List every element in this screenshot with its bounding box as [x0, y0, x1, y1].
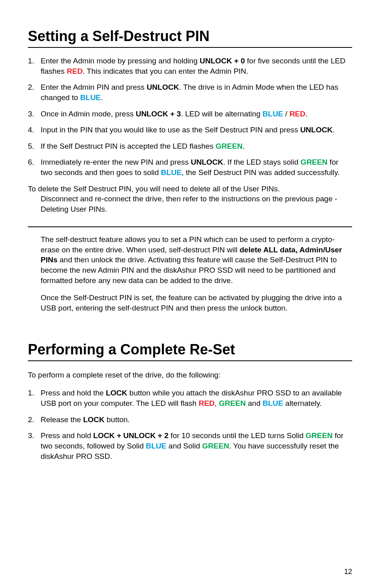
section2-list: 1.Press and hold the LOCK button while y… [28, 388, 352, 461]
list-number: 3. [28, 431, 41, 461]
section-title-1: Setting a Self-Destruct PIN [28, 28, 352, 48]
text-part: . If the LED stays solid [223, 158, 300, 166]
text-part: LOCK [83, 415, 105, 424]
text-part: BLUE [80, 93, 101, 102]
text-part: . [306, 110, 308, 118]
list-number: 3. [28, 109, 41, 119]
list-number: 2. [28, 415, 41, 425]
text-part: Press and hold the [41, 389, 106, 397]
delete-note: To delete the Self Destruct PIN, you wil… [28, 184, 352, 214]
text-part: and Solid [166, 442, 202, 450]
list-item-text: Input in the PIN that you would like to … [41, 125, 352, 135]
list-item: 6.Immediately re-enter the new PIN and p… [28, 157, 352, 177]
delete-hang: Disconnect and re-connect the drive, the… [41, 194, 352, 214]
text-part: UNLOCK [147, 83, 179, 91]
text-part: GREEN [215, 142, 243, 150]
list-item: 4.Input in the PIN that you would like t… [28, 125, 352, 135]
list-number: 5. [28, 141, 41, 151]
list-item-text: Release the LOCK button. [41, 415, 352, 425]
text-part: alternately. [283, 399, 322, 407]
text-part: GREEN [306, 431, 333, 440]
section1-para1: The self-destruct feature allows you to … [41, 234, 352, 285]
page-number: 12 [344, 568, 352, 576]
list-number: 6. [28, 157, 41, 177]
text-part: GREEN [202, 442, 229, 450]
list-number: 1. [28, 56, 41, 76]
text-part: BLUE [262, 399, 283, 407]
text-part: Enter the Admin mode by pressing and hol… [41, 57, 200, 65]
text-part: Input in the PIN that you would like to … [41, 126, 300, 134]
list-item-text: If the Self Destruct PIN is accepted the… [41, 141, 352, 151]
text-part: GREEN [301, 158, 328, 166]
text-part: . [333, 126, 335, 134]
text-part: / [283, 110, 290, 118]
list-item: 1.Press and hold the LOCK button while y… [28, 388, 352, 408]
text-part: for 10 seconds until the LED turns Solid [168, 431, 306, 440]
text-part: RED [199, 399, 215, 407]
list-item: 2.Release the LOCK button. [28, 415, 352, 425]
text-part: RED [290, 110, 306, 118]
text-part: UNLOCK + 0 [200, 57, 245, 65]
text-part: If the Self Destruct PIN is accepted the… [41, 142, 215, 150]
list-item: 3.Press and hold LOCK + UNLOCK + 2 for 1… [28, 431, 352, 461]
list-item-text: Once in Admin mode, press UNLOCK + 3. LE… [41, 109, 352, 119]
text-part: RED [67, 67, 82, 75]
list-item-text: Enter the Admin PIN and press UNLOCK. Th… [41, 82, 352, 102]
list-item: 1.Enter the Admin mode by pressing and h… [28, 56, 352, 76]
list-number: 1. [28, 388, 41, 408]
text-part: Release the [41, 415, 83, 424]
text-part: Once in Admin mode, press [41, 110, 136, 118]
text-part: . [101, 93, 103, 102]
text-part: . [243, 142, 245, 150]
text-part: Immediately re-enter the new PIN and pre… [41, 158, 191, 166]
text-part: UNLOCK [191, 158, 223, 166]
text-part: Enter the Admin PIN and press [41, 83, 147, 91]
text-part: , the Self Destruct PIN was added succes… [182, 168, 340, 177]
list-item-text: Press and hold LOCK + UNLOCK + 2 for 10 … [41, 431, 352, 461]
delete-lead: To delete the Self Destruct PIN, you wil… [28, 185, 280, 193]
text-part: BLUE [262, 110, 283, 118]
section1-para2: Once the Self-Destruct PIN is set, the f… [41, 293, 352, 313]
text-part: button. [105, 415, 130, 424]
text-part: Press and hold [41, 431, 93, 440]
section-title-2: Performing a Complete Re-Set [28, 341, 352, 361]
text-part: BLUE [161, 168, 182, 177]
text-part: UNLOCK + 3 [136, 110, 181, 118]
section2-intro: To perform a complete reset of the drive… [28, 370, 352, 380]
list-number: 2. [28, 82, 41, 102]
divider [28, 226, 352, 228]
list-item: 5.If the Self Destruct PIN is accepted t… [28, 141, 352, 151]
list-item-text: Immediately re-enter the new PIN and pre… [41, 157, 352, 177]
text-part: , [215, 399, 219, 407]
text-part: BLUE [146, 442, 166, 450]
list-item-text: Enter the Admin mode by pressing and hol… [41, 56, 352, 76]
list-number: 4. [28, 125, 41, 135]
text-part: LOCK + UNLOCK + 2 [93, 431, 168, 440]
text-part: GREEN [219, 399, 246, 407]
text-part: LOCK [106, 389, 127, 397]
list-item: 3.Once in Admin mode, press UNLOCK + 3. … [28, 109, 352, 119]
text-part: . This indicates that you can enter the … [83, 67, 249, 75]
list-item-text: Press and hold the LOCK button while you… [41, 388, 352, 408]
text-part: and [246, 399, 262, 407]
text-part: . LED will be alternating [181, 110, 262, 118]
section1-list: 1.Enter the Admin mode by pressing and h… [28, 56, 352, 178]
list-item: 2.Enter the Admin PIN and press UNLOCK. … [28, 82, 352, 102]
text-part: and then unlock the drive. Activating th… [41, 256, 337, 284]
text-part: UNLOCK [300, 126, 333, 134]
